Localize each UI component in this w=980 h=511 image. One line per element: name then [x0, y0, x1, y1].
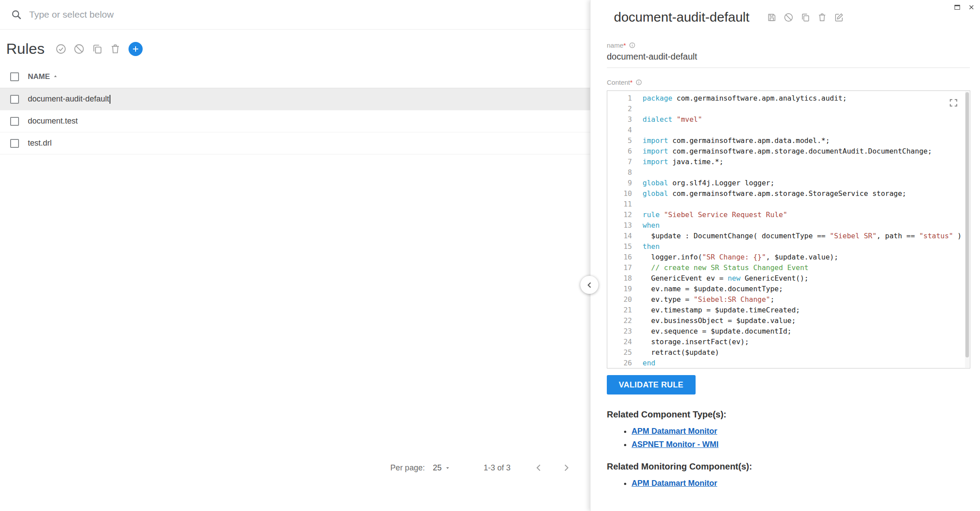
prev-page-button[interactable]	[530, 459, 548, 477]
maximize-button[interactable]	[953, 3, 961, 11]
chevron-left-icon	[533, 462, 545, 473]
code-line: 13when	[607, 220, 970, 231]
add-rule-button[interactable]	[129, 42, 143, 56]
row-checkbox[interactable]	[10, 139, 19, 148]
chevron-left-icon	[585, 280, 594, 290]
row-checkbox[interactable]	[10, 95, 19, 104]
row-checkbox[interactable]	[10, 117, 19, 126]
code-line: 2	[607, 104, 970, 114]
code-text	[632, 125, 643, 135]
table-row[interactable]: document-audit-default	[0, 88, 590, 110]
info-icon[interactable]	[636, 79, 642, 86]
range-label: 1-3 of 3	[484, 463, 511, 473]
trash-icon	[110, 43, 121, 55]
text-cursor	[110, 95, 110, 104]
code-line: 22 ev.businessObject = $update.value;	[607, 316, 970, 326]
disable-rule-button[interactable]	[72, 42, 86, 56]
page-title: Rules	[6, 40, 45, 57]
next-page-button[interactable]	[557, 459, 575, 477]
line-number: 5	[607, 135, 632, 146]
close-icon	[968, 4, 975, 11]
per-page-select[interactable]: 25	[433, 463, 451, 473]
search-bar	[0, 0, 590, 30]
check-circle-icon	[55, 43, 67, 55]
validate-rule-button[interactable]: VALIDATE RULE	[607, 375, 696, 395]
code-editor[interactable]: 1package com.germainsoftware.apm.analyti…	[607, 90, 970, 368]
search-icon	[11, 9, 22, 20]
fullscreen-icon[interactable]	[949, 98, 958, 108]
info-icon[interactable]	[629, 42, 636, 49]
search-input[interactable]	[29, 9, 590, 20]
name-field[interactable]: document-audit-default	[607, 52, 970, 68]
ban-icon	[783, 12, 794, 23]
code-text: import java.time.*;	[632, 157, 723, 167]
copy-rule-button[interactable]	[91, 42, 104, 56]
line-number: 4	[607, 125, 632, 135]
line-number: 17	[607, 263, 632, 273]
code-text: logger.info("SR Change: {}", $update.val…	[632, 252, 838, 263]
detail-title: document-audit-default	[614, 10, 749, 25]
list-item: APM Datamart Monitor	[632, 479, 970, 488]
enable-rule-button[interactable]	[54, 42, 68, 56]
copy-button[interactable]	[799, 11, 812, 24]
code-line: 20 ev.type = "Siebel:SR Change";	[607, 294, 970, 305]
save-button[interactable]	[765, 11, 778, 24]
code-line: 9global org.slf4j.Logger logger;	[607, 178, 970, 188]
code-line: 5import com.germainsoftware.apm.data.mod…	[607, 135, 970, 146]
delete-rule-button[interactable]	[109, 42, 122, 56]
related-component-type-link[interactable]: ASPNET Monitor - WMI	[632, 440, 719, 449]
code-text	[632, 104, 643, 114]
code-text: dialect "mvel"	[632, 114, 702, 125]
line-number: 13	[607, 220, 632, 231]
line-number: 21	[607, 305, 632, 316]
select-all-checkbox[interactable]	[10, 72, 19, 81]
list-item: ASPNET Monitor - WMI	[632, 440, 970, 449]
code-line: 18 GenericEvent ev = new GenericEvent();	[607, 273, 970, 284]
code-text: storage.insertFact(ev);	[632, 337, 749, 347]
code-line: 19 ev.name = $update.documentType;	[607, 284, 970, 294]
code-text: ev.timestamp = $update.timeCreated;	[632, 305, 800, 316]
close-button[interactable]	[967, 3, 976, 11]
line-number: 11	[607, 199, 632, 210]
name-column-label: NAME	[28, 72, 50, 81]
list-item: APM Datamart Monitor	[632, 427, 970, 436]
line-number: 8	[607, 167, 632, 178]
window-controls	[953, 3, 976, 11]
edit-button[interactable]	[832, 11, 845, 24]
code-text: ev.type = "Siebel:SR Change";	[632, 294, 775, 305]
line-number: 26	[607, 358, 632, 368]
related-monitoring-component-link[interactable]: APM Datamart Monitor	[632, 479, 717, 488]
detail-title-row: document-audit-default	[607, 10, 970, 25]
detail-panel: document-audit-default n	[590, 0, 980, 511]
related-component-type-link[interactable]: APM Datamart Monitor	[632, 427, 717, 436]
code-text: import com.germainsoftware.apm.storage.d…	[632, 146, 932, 157]
code-text: $update : DocumentChange( documentType =…	[632, 231, 961, 241]
plus-icon	[132, 45, 140, 53]
line-number: 1	[607, 93, 632, 104]
name-column-header[interactable]: NAME	[28, 72, 58, 81]
code-line: 12rule "Siebel Service Request Rule"	[607, 210, 970, 220]
rule-name: document-audit-default	[28, 94, 109, 104]
per-page-value: 25	[433, 463, 442, 473]
code-text: when	[632, 220, 660, 231]
code-text: ev.sequence = $update.documentId;	[632, 326, 791, 337]
rule-name: test.drl	[28, 139, 52, 148]
rules-list-panel: Rules NA	[0, 0, 590, 511]
table-row[interactable]: test.drl	[0, 132, 590, 154]
trash-icon	[817, 12, 827, 23]
delete-button[interactable]	[816, 11, 829, 24]
code-line: 15then	[607, 241, 970, 252]
related-monitoring-list: APM Datamart Monitor	[607, 479, 970, 488]
code-line: 21 ev.timestamp = $update.timeCreated;	[607, 305, 970, 316]
collapse-panel-button[interactable]	[580, 276, 598, 294]
scrollbar-thumb[interactable]	[965, 92, 969, 357]
code-line: 11	[607, 199, 970, 210]
code-text: global com.germainsoftware.apm.storage.S…	[632, 188, 906, 199]
copy-icon	[800, 12, 810, 23]
table-row[interactable]: document.test	[0, 110, 590, 132]
editor-scrollbar[interactable]	[965, 91, 969, 368]
per-page-label: Per page:	[390, 463, 425, 473]
disable-button[interactable]	[782, 11, 795, 24]
code-line: 16 logger.info("SR Change: {}", $update.…	[607, 252, 970, 263]
line-number: 2	[607, 104, 632, 114]
